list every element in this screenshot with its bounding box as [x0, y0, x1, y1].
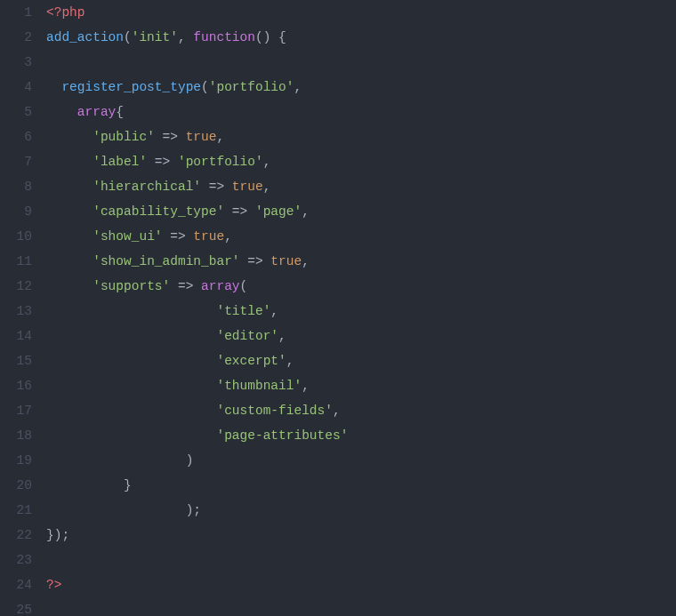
token: 'label': [93, 155, 147, 169]
token: ,: [270, 304, 278, 318]
token: true: [232, 180, 263, 194]
token: [46, 229, 93, 244]
line-number: 2: [0, 25, 32, 50]
token: [46, 354, 216, 368]
token: [224, 204, 232, 219]
line-number: 12: [0, 274, 32, 299]
token: 'portfolio': [178, 155, 263, 169]
code-line[interactable]: }: [46, 473, 676, 498]
line-number: 8: [0, 174, 32, 199]
token: [46, 329, 216, 343]
token: ,: [178, 30, 186, 44]
code-line[interactable]: 'public' => true,: [46, 124, 676, 149]
token: ,: [216, 130, 224, 144]
token: [46, 80, 61, 94]
token: [46, 404, 216, 418]
code-line[interactable]: 'capability_type' => 'page',: [46, 199, 676, 224]
token: add_action: [46, 30, 124, 44]
code-line[interactable]: 'thumbnail',: [46, 373, 676, 398]
token: (: [124, 30, 132, 44]
code-line[interactable]: add_action('init', function() {: [46, 25, 676, 50]
token: ,: [302, 379, 310, 393]
code-line[interactable]: 'editor',: [46, 324, 676, 348]
code-line[interactable]: 'show_in_admin_bar' => true,: [46, 249, 676, 274]
token: [240, 254, 248, 268]
code-line[interactable]: 'show_ui' => true,: [46, 224, 676, 249]
token: );: [54, 528, 69, 542]
code-line[interactable]: array{: [46, 100, 676, 124]
token: =>: [170, 229, 185, 244]
line-number: 25: [0, 597, 32, 616]
token: 'show_in_admin_bar': [93, 254, 239, 268]
line-number: 5: [0, 100, 32, 124]
code-line[interactable]: register_post_type('portfolio',: [46, 75, 676, 100]
line-number: 20: [0, 473, 32, 498]
line-number: 17: [0, 398, 32, 423]
token: [170, 279, 178, 293]
line-number: 19: [0, 448, 32, 473]
token: [46, 130, 93, 144]
token: ): [46, 453, 193, 468]
code-line[interactable]: ): [46, 448, 676, 473]
code-line[interactable]: );: [46, 498, 676, 523]
code-line[interactable]: 'supports' => array(: [46, 274, 676, 299]
token: [201, 180, 209, 194]
line-number: 15: [0, 348, 32, 373]
token: );: [46, 503, 201, 517]
token: [46, 204, 93, 219]
code-line[interactable]: 'hierarchical' => true,: [46, 174, 676, 199]
token: (): [255, 30, 270, 44]
token: array: [201, 279, 240, 293]
token: [46, 478, 124, 492]
line-number: 21: [0, 498, 32, 523]
token: ?>: [46, 578, 61, 592]
line-number: 3: [0, 50, 32, 75]
token: ,: [333, 404, 341, 418]
token: 'public': [93, 130, 155, 144]
token: function: [193, 30, 255, 44]
code-line[interactable]: <?php: [46, 0, 676, 25]
code-line[interactable]: 'label' => 'portfolio',: [46, 149, 676, 174]
token: [147, 155, 155, 169]
token: 'page-attributes': [216, 428, 348, 443]
token: =>: [155, 155, 170, 169]
token: [46, 180, 93, 194]
code-line[interactable]: [46, 548, 676, 572]
token: [270, 30, 278, 44]
token: [46, 254, 93, 268]
line-number: 10: [0, 224, 32, 249]
code-line[interactable]: 'title',: [46, 299, 676, 324]
token: {: [116, 105, 124, 119]
line-number: 9: [0, 199, 32, 224]
token: =>: [232, 204, 247, 219]
token: (: [201, 80, 209, 94]
token: 'editor': [216, 329, 278, 343]
token: [46, 379, 216, 393]
token: [170, 155, 178, 169]
token: 'excerpt': [216, 354, 286, 368]
code-line[interactable]: ?>: [46, 572, 676, 597]
code-line[interactable]: });: [46, 523, 676, 548]
token: ,: [278, 329, 286, 343]
code-line[interactable]: 'custom-fields',: [46, 398, 676, 423]
code-editor-content[interactable]: <?phpadd_action('init', function() { reg…: [43, 0, 676, 616]
code-line[interactable]: [46, 50, 676, 75]
code-line[interactable]: 'excerpt',: [46, 348, 676, 373]
token: =>: [209, 180, 224, 194]
token: [46, 304, 216, 318]
token: 'thumbnail': [216, 379, 302, 393]
token: [163, 229, 171, 244]
token: true: [193, 229, 224, 244]
token: 'title': [216, 304, 270, 318]
token: (: [240, 279, 248, 293]
code-line[interactable]: [46, 597, 676, 616]
token: ,: [302, 254, 310, 268]
token: [46, 105, 77, 119]
code-line[interactable]: 'page-attributes': [46, 423, 676, 448]
line-number: 16: [0, 373, 32, 398]
token: [224, 180, 232, 194]
token: 'supports': [93, 279, 170, 293]
token: 'init': [132, 30, 178, 44]
token: ,: [286, 354, 294, 368]
token: =>: [247, 254, 262, 268]
